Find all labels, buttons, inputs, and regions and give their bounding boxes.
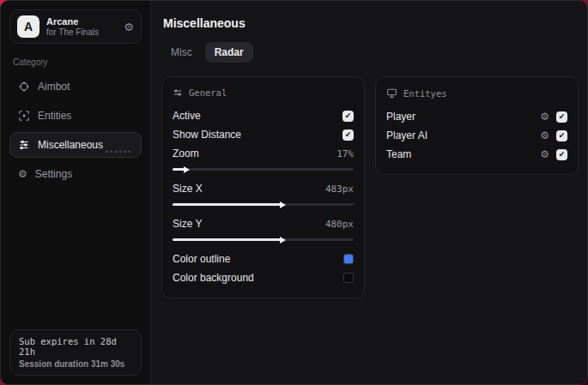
session-duration-text: Session duration 31m 30s [19,359,132,369]
profile-gear-icon[interactable]: ⚙ [124,21,134,33]
entity-row-team: Team ⚙ ✔ [386,145,567,164]
sidebar-item-settings[interactable]: ⚙ Settings [9,161,142,187]
general-card-title: General [189,87,227,98]
category-label: Category [13,57,138,67]
entity-label: Player [386,111,415,123]
color-outline-swatch[interactable] [343,254,354,264]
show-distance-checkbox[interactable]: ✔ [342,129,354,141]
sidebar-item-label: Entities [38,110,71,122]
sliders-icon [173,87,183,98]
setting-row-show-distance: Show Distance ✔ [173,125,354,144]
setting-row-size-x: Size X 483px [173,179,354,198]
size-y-slider-thumb[interactable] [280,237,286,244]
gear-icon[interactable]: ⚙ [540,111,549,122]
setting-label: Show Distance [173,129,241,141]
size-y-value: 480px [325,219,354,230]
gear-icon: ⚙ [18,169,27,179]
size-y-slider[interactable] [173,238,354,241]
setting-row-color-background: Color background [173,268,354,287]
profile-card: A Arcane for The Finals ⚙ [9,9,142,44]
sliders-icon [18,139,30,151]
general-card-header: General [173,87,354,98]
sidebar-item-label: Aimbot [38,81,70,93]
tab-radar[interactable]: Radar [205,42,253,63]
app-subtitle: for The Finals [46,27,117,38]
entities-card-header: Entityes [386,87,567,99]
entity-row-player: Player ⚙ ✔ [386,107,567,126]
subscription-card: Sub expires in 28d 21h Session duration … [9,329,142,376]
setting-row-zoom: Zoom 17% [173,144,354,163]
gear-icon[interactable]: ⚙ [540,130,549,141]
sidebar-item-entities[interactable]: Entities [9,103,142,129]
team-checkbox[interactable]: ✔ [556,149,567,160]
profile-titles: Arcane for The Finals [46,16,117,37]
setting-label: Color outline [173,253,230,265]
app-window: A Arcane for The Finals ⚙ Category Aimbo… [0,0,588,385]
size-x-slider-fill [173,203,282,206]
app-name: Arcane [46,16,117,27]
player-checkbox[interactable]: ✔ [556,111,567,123]
setting-row-color-outline: Color outline [173,250,354,268]
setting-label: Size Y [173,218,202,230]
selected-item-dots: •••••• [106,147,132,156]
setting-row-active: Active ✔ [173,106,354,125]
entities-card: Entityes Player ⚙ ✔ Player AI ⚙ ✔ [375,76,579,175]
zoom-slider[interactable] [173,168,354,171]
tab-misc[interactable]: Misc [161,42,202,63]
player-ai-checkbox[interactable]: ✔ [556,130,567,141]
zoom-slider-thumb[interactable] [184,166,190,173]
app-logo: A [17,15,39,38]
sidebar-spacer [9,190,142,329]
active-checkbox[interactable]: ✔ [342,111,354,122]
zoom-value: 17% [336,148,354,159]
page-title: Miscellaneous [163,16,579,30]
entities-card-title: Entityes [403,88,447,99]
gear-icon[interactable]: ⚙ [540,149,549,159]
setting-label: Active [173,110,201,122]
sidebar-item-label: Settings [35,168,72,180]
size-x-value: 483px [325,183,354,195]
entity-row-player-ai: Player AI ⚙ ✔ [386,126,567,145]
sub-expires-text: Sub expires in 28d 21h [19,336,132,357]
setting-row-size-y: Size Y 480px [173,214,354,233]
sidebar: A Arcane for The Finals ⚙ Category Aimbo… [1,1,151,384]
entity-label: Player AI [386,129,427,141]
size-y-slider-fill [173,238,282,241]
sidebar-item-miscellaneous[interactable]: Miscellaneous •••••• [9,132,142,158]
setting-label: Color background [173,272,254,284]
color-background-swatch[interactable] [343,273,354,283]
setting-label: Zoom [173,147,199,159]
crosshair-icon [18,81,30,93]
size-x-slider[interactable] [173,203,354,206]
entity-label: Team [386,148,411,160]
general-card: General Active ✔ Show Distance ✔ Zoom 17… [161,76,365,298]
sidebar-item-aimbot[interactable]: Aimbot [9,74,142,99]
monitor-icon [386,87,397,99]
setting-label: Size X [173,183,203,195]
main-panel: Miscellaneous Misc Radar General [151,1,588,384]
sidebar-item-label: Miscellaneous [38,139,103,151]
cards-container: General Active ✔ Show Distance ✔ Zoom 17… [161,76,579,298]
scan-icon [18,110,30,122]
tab-bar: Misc Radar [161,42,579,63]
size-x-slider-thumb[interactable] [280,202,286,208]
